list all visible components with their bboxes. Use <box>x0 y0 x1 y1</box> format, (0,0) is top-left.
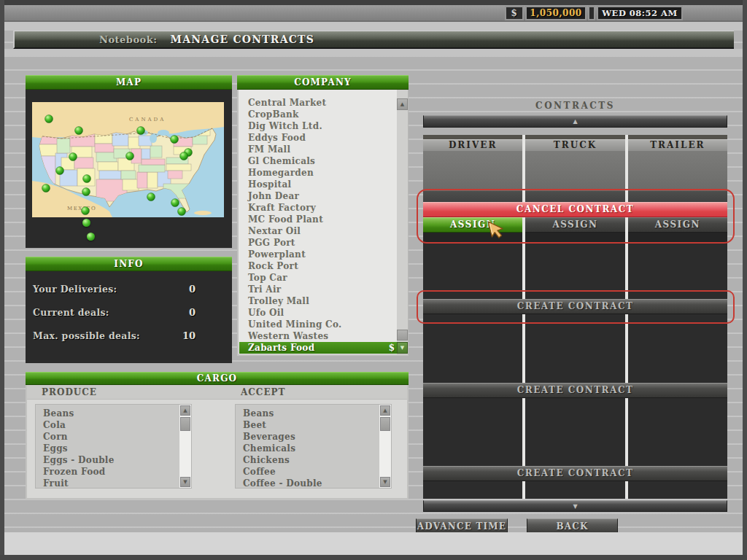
assign-truck-button[interactable]: ASSIGN <box>525 217 624 233</box>
contract-slot-2-cells <box>423 244 727 299</box>
produce-list-item[interactable]: Eggs <box>36 443 179 454</box>
company-scroll-thumb[interactable] <box>397 330 408 341</box>
produce-list-item[interactable]: Beans <box>36 408 179 419</box>
company-list-item[interactable]: Rock Port <box>239 260 398 272</box>
trailer-slot-cell <box>628 151 727 191</box>
contracts-header-row: DRIVER TRUCK TRAILER <box>423 135 727 151</box>
company-list-item[interactable]: Eddys Food <box>239 132 398 144</box>
accept-scroll-down-button[interactable]: ▼ <box>380 477 390 487</box>
map-marker-dot <box>82 207 90 215</box>
accept-list-item[interactable]: Coffee - Double <box>236 478 379 489</box>
contract-slot-1-cells <box>423 151 727 191</box>
company-list-item[interactable]: MC Food Plant <box>239 214 398 225</box>
back-button[interactable]: BACK <box>527 518 618 534</box>
accept-list-item[interactable]: Coffee <box>236 466 379 478</box>
company-list-item[interactable]: Nextar Oil <box>239 225 398 237</box>
currency-icon: $ <box>505 6 524 20</box>
advance-time-button[interactable]: ADVANCE TIME <box>416 518 508 534</box>
company-scroll-up-button[interactable]: ▲ <box>397 98 408 110</box>
info-row: Current deals: 0 <box>26 300 232 324</box>
map-marker-dot <box>75 127 83 135</box>
company-scroll-down-button[interactable]: ▼ <box>397 342 408 354</box>
datetime-display: WED 08:52 AM <box>597 6 683 20</box>
contracts-scroll-up-bar[interactable]: ▲ <box>423 115 727 128</box>
selected-company-dollar-icon: $ <box>386 342 398 354</box>
create-contract-button-3[interactable]: CREATE CONTRACT <box>423 466 727 481</box>
accept-list-item[interactable]: Chickens <box>236 454 379 466</box>
trailer-column-header: TRAILER <box>628 139 727 151</box>
canada-label: CANADA <box>129 117 166 122</box>
produce-scroll-up-button[interactable]: ▲ <box>180 405 190 416</box>
company-list-item[interactable]: Top Car <box>239 272 398 284</box>
contract-slot-4-cells <box>423 398 727 466</box>
produce-list-item[interactable]: Corn <box>36 431 179 443</box>
produce-list-item[interactable]: Fruit <box>36 478 179 489</box>
company-list-item[interactable]: Dig Witch Ltd. <box>239 120 398 132</box>
info-row-label: Max. possible deals: <box>33 330 140 341</box>
map-marker-dot <box>126 152 134 160</box>
company-list: Central MarketCropBankDig Witch Ltd.Eddy… <box>239 97 398 354</box>
accept-scroll-thumb[interactable] <box>380 417 390 431</box>
company-list-item[interactable]: Kraft Factory <box>239 202 398 214</box>
info-row: Your Deliveries: 0 <box>26 277 232 300</box>
map-panel: MAP <box>26 75 232 248</box>
company-list-item[interactable]: Ufo Oil <box>239 307 398 319</box>
company-list-item[interactable]: CropBank <box>239 109 398 120</box>
scroll-down-icon: ▼ <box>573 503 577 510</box>
usa-map-image: CANADA MEXICO <box>32 102 224 217</box>
company-list-item[interactable]: Homegarden <box>239 167 398 179</box>
company-list-item[interactable]: Tri Air <box>239 284 398 295</box>
accept-list-item[interactable]: Beans <box>236 408 379 419</box>
map-marker-dot <box>82 188 90 196</box>
produce-list: BeansColaCornEggsEggs - DoubleFrozen Foo… <box>35 404 192 489</box>
map-marker-dot <box>87 233 95 241</box>
accept-list-item[interactable]: Chemicals <box>236 443 379 454</box>
map-panel-title: MAP <box>26 75 232 90</box>
produce-scrollbar: ▲ ▼ <box>179 405 191 488</box>
company-list-item[interactable]: Trolley Mall <box>239 295 398 307</box>
company-list-item[interactable]: United Mining Co. <box>239 319 398 330</box>
accept-scroll-up-button[interactable]: ▲ <box>380 405 390 416</box>
cancel-contract-button[interactable]: CANCEL CONTRACT <box>423 202 727 217</box>
company-list-item[interactable]: FM Mall <box>239 144 398 155</box>
company-panel: COMPANY Central MarketCropBankDig Witch … <box>237 75 409 356</box>
company-list-item[interactable]: John Dear <box>239 190 398 202</box>
contracts-section-title: CONTRACTS <box>423 101 727 111</box>
assign-driver-button[interactable]: ASSIGN <box>423 217 522 233</box>
produce-list-item[interactable]: Frozen Food <box>36 466 179 478</box>
assign-button-row: ASSIGN ASSIGN ASSIGN <box>423 217 727 233</box>
contracts-scroll-down-bar[interactable]: ▼ <box>423 500 727 512</box>
company-list-item[interactable]: Gl Chemicals <box>239 155 398 167</box>
frame-left <box>0 0 4 560</box>
company-body: Central MarketCropBankDig Witch Ltd.Eddy… <box>237 90 409 356</box>
header-band <box>4 22 743 31</box>
company-list-item[interactable]: Western Wastes <box>239 330 398 342</box>
info-panel-title: INFO <box>26 257 232 271</box>
company-list-item[interactable]: PGG Port <box>239 237 398 249</box>
cargo-panel-title: CARGO <box>26 372 409 385</box>
map-marker-dot <box>147 193 155 201</box>
page-title: MANAGE CONTRACTS <box>171 34 314 45</box>
truck-column-header: TRUCK <box>525 139 624 151</box>
accept-list-item[interactable]: Beet <box>236 419 379 431</box>
produce-scroll-down-button[interactable]: ▼ <box>180 477 190 487</box>
create-contract-button-2[interactable]: CREATE CONTRACT <box>423 383 727 398</box>
cargo-body: PRODUCE ACCEPT BeansColaCornEggsEggs - D… <box>26 385 409 499</box>
assign-trailer-button[interactable]: ASSIGN <box>628 217 727 233</box>
slot-1-divider <box>423 191 727 202</box>
create-contract-button-1[interactable]: CREATE CONTRACT <box>423 299 727 314</box>
produce-list-item[interactable]: Eggs - Double <box>36 454 179 466</box>
company-list-item[interactable]: Hospital <box>239 179 398 190</box>
scroll-up-icon: ▲ <box>573 118 577 125</box>
map-marker-dot <box>171 136 179 144</box>
map-body: CANADA MEXICO <box>26 90 232 248</box>
map-marker-dot <box>45 115 53 123</box>
produce-list-item[interactable]: Cola <box>36 419 179 431</box>
produce-scroll-thumb[interactable] <box>180 417 190 431</box>
bottom-band <box>4 532 743 556</box>
accept-list-item[interactable]: Beverages <box>236 431 379 443</box>
company-list-item[interactable]: Zabarts Food <box>239 342 398 354</box>
company-list-item[interactable]: Powerplant <box>239 249 398 260</box>
company-list-item[interactable]: Central Market <box>239 97 398 109</box>
map-marker-dot <box>56 167 64 175</box>
